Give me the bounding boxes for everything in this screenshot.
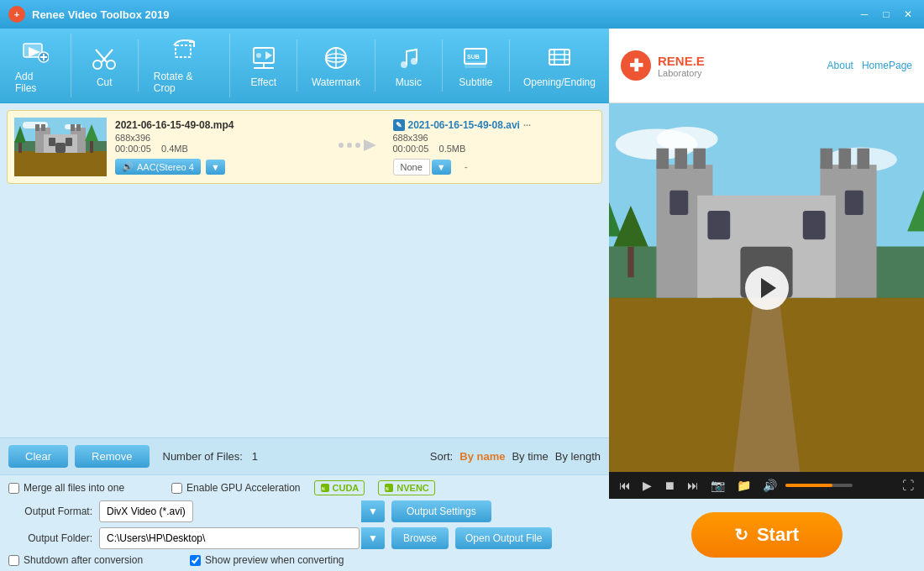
app-container: + Renee Video Toolbox 2019 ─ □ ✕ [0,0,924,571]
file-thumbnail [14,118,107,176]
browse-button[interactable]: Browse [391,527,449,549]
more-options: ··· [523,120,531,130]
app-title: Renee Video Toolbox 2019 [32,8,170,21]
merge-checkbox[interactable] [8,483,19,494]
left-panel: 2021-06-16-15-49-08.mp4 688x396 00:00:05… [0,103,609,571]
output-folder-input[interactable] [99,527,360,549]
music-icon [393,43,423,73]
clear-button[interactable]: Clear [8,445,68,468]
next-button[interactable]: ⏭ [684,477,702,494]
audio-label: AAC(Stereo 4 [137,162,194,172]
watermark-icon [321,43,351,73]
toolbar-rotate-crop[interactable]: Rotate & Crop [139,34,231,97]
about-link[interactable]: About [827,60,853,71]
play-triangle-icon [761,278,776,298]
output-settings-button[interactable]: Output Settings [391,500,491,522]
toolbar-effect[interactable]: Effect [230,39,297,92]
audio-dropdown-button[interactable]: 🔊 AAC(Stereo 4 [115,159,201,175]
svg-point-20 [411,58,417,65]
logo-area: ✚ RENE.E Laboratory About HomePage [609,29,924,103]
rotate-crop-icon [169,37,199,67]
source-duration: 00:00:05 [115,144,151,154]
start-button[interactable]: ↻ Start [691,512,843,558]
output-size: 0.5MB [439,144,466,154]
audio-dropdown-arrow[interactable]: ▼ [206,160,225,175]
output-format-select[interactable]: DivX Video (*.avi) [99,500,193,522]
toolbar-opening-ending[interactable]: Opening/Ending [510,39,609,92]
svg-rect-33 [14,151,107,176]
cut-label: Cut [97,76,113,88]
source-size: 0.4MB [161,144,188,154]
source-file-controls: 🔊 AAC(Stereo 4 ▼ [115,159,318,175]
sort-by-length[interactable]: By length [555,450,601,463]
merge-checkbox-label[interactable]: Merge all files into one [8,482,124,494]
output-format-wrapper: DivX Video (*.avi) ▼ [99,500,385,522]
remove-button[interactable]: Remove [75,445,149,468]
play-button[interactable]: ▶ [639,477,655,494]
play-overlay-button[interactable] [745,266,789,310]
volume-button[interactable]: 🔊 [759,477,780,494]
expand-button[interactable]: ⛶ [899,477,917,494]
effect-icon [249,43,279,73]
open-output-button[interactable]: Open Output File [455,527,552,549]
minimize-button[interactable]: ─ [857,7,872,22]
close-button[interactable]: ✕ [900,7,916,22]
svg-point-5 [93,60,102,69]
svg-rect-23 [465,61,486,68]
music-label: Music [396,76,422,88]
svg-rect-42 [66,138,72,146]
toolbar: Add Files Cut [0,29,609,103]
prev-button[interactable]: ⏮ [616,477,634,494]
title-bar: + Renee Video Toolbox 2019 ─ □ ✕ [0,0,924,29]
logo-sub: Laboratory [658,68,705,78]
svg-rect-24 [549,50,570,65]
maximize-button[interactable]: □ [879,7,894,22]
source-resolution: 688x396 [115,133,318,143]
svg-rect-9 [176,45,191,57]
gpu-checkbox-label[interactable]: Enable GPU Acceleration [171,482,300,494]
shutdown-checkbox[interactable] [8,555,19,566]
add-files-label: Add Files [15,71,55,94]
volume-slider[interactable] [785,484,853,487]
shutdown-label: Shutdown after conversion [24,554,143,566]
svg-rect-41 [49,138,55,146]
settings-area: Merge all files into one Enable GPU Acce… [0,474,609,571]
logo-text: RENE.E [658,54,705,68]
opening-ending-label: Opening/Ending [523,76,596,88]
show-preview-checkbox-label[interactable]: Show preview when converting [190,554,344,566]
toolbar-watermark[interactable]: Watermark [297,39,375,92]
svg-rect-73 [803,211,826,239]
toolbar-subtitle[interactable]: SUB Subtitle [443,39,510,92]
svg-point-50 [355,143,360,148]
shutdown-checkbox-label[interactable]: Shutdown after conversion [8,554,143,566]
svg-point-13 [256,53,261,58]
subtitle-label: Subtitle [459,76,492,88]
folder-button[interactable]: 📁 [733,477,754,494]
svg-point-58 [656,127,717,151]
arrow-area [326,133,385,161]
sort-by-name[interactable]: By name [459,450,505,463]
rotate-crop-label: Rotate & Crop [154,71,215,94]
svg-point-19 [401,61,407,68]
source-duration-size: 00:00:05 0.4MB [115,144,318,154]
gpu-label: Enable GPU Acceleration [186,482,300,494]
sort-by-time[interactable]: By time [512,450,548,463]
svg-rect-66 [675,149,687,169]
file-item: 2021-06-16-15-49-08.mp4 688x396 00:00:05… [7,110,602,184]
show-preview-checkbox[interactable] [190,555,201,566]
toolbar-add-files[interactable]: Add Files [0,34,71,97]
source-file-info: 2021-06-16-15-49-08.mp4 688x396 00:00:05… [115,119,318,175]
subtitle-dropdown-button[interactable]: ▼ [432,160,451,175]
stop-button[interactable]: ⏹ [660,477,679,494]
sort-label: Sort: [430,450,453,463]
svg-rect-75 [845,191,864,215]
video-preview [609,103,924,472]
homepage-link[interactable]: HomePage [862,60,912,71]
camera-button[interactable]: 📷 [707,477,728,494]
gpu-checkbox[interactable] [171,483,182,494]
toolbar-music[interactable]: Music [375,39,443,92]
convert-arrow [334,133,376,161]
bottom-settings-row: Shutdown after conversion Show preview w… [8,554,601,566]
toolbar-cut[interactable]: Cut [71,39,139,92]
svg-rect-72 [707,211,730,239]
